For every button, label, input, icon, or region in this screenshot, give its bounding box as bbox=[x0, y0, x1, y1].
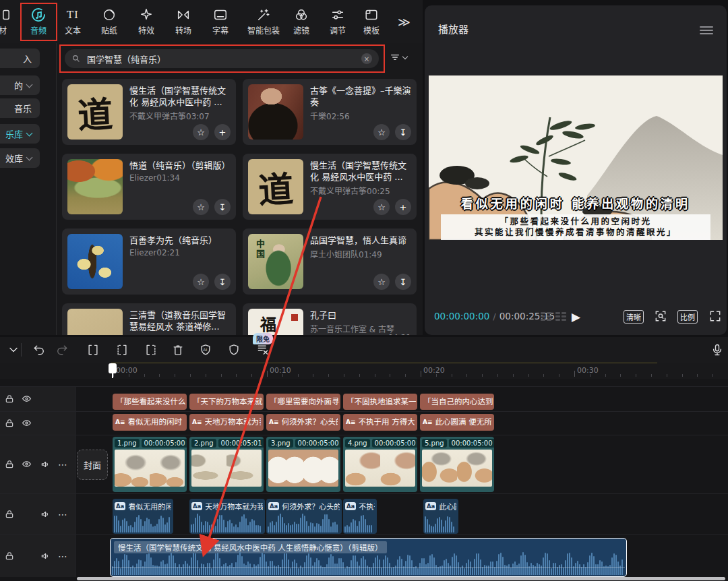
ratio-button[interactable]: 比例 bbox=[677, 310, 698, 324]
split-left-button[interactable] bbox=[114, 342, 130, 358]
playhead[interactable] bbox=[109, 363, 117, 373]
sidebar-item-5[interactable]: 效库 bbox=[0, 148, 40, 168]
subtitle-clip[interactable]: 「当自己的内心达到 bbox=[420, 394, 494, 410]
music-clip-selected[interactable]: 慢生活（国学智慧传统文化 易经风水中医中药 人生感悟静心惬意）（剪辑版） bbox=[110, 538, 627, 577]
mute-speaker-icon[interactable] bbox=[40, 459, 50, 469]
lock-icon[interactable] bbox=[4, 509, 14, 519]
tts-audio-clip[interactable]: Aa何须外求？心头的 bbox=[266, 499, 342, 534]
favorite-star-button[interactable]: ☆ bbox=[193, 124, 209, 140]
audio-card[interactable]: 道慢生活（国学智慧传统文化 易经风水中医中药 ...不戴义甲弹古筝03:07☆+ bbox=[62, 79, 236, 145]
audio-card[interactable]: 道慢生活（国学智慧传统文化 易经风水中医中药 ...不戴义甲弹古筝00:25☆+ bbox=[243, 154, 417, 220]
favorite-star-button[interactable]: ☆ bbox=[373, 199, 390, 215]
quality-button[interactable]: 清晰 bbox=[624, 310, 644, 324]
record-voice-button[interactable] bbox=[709, 342, 725, 358]
nav-templates[interactable]: 模板 bbox=[353, 6, 390, 36]
more-options-icon[interactable]: ⋯ bbox=[58, 551, 68, 561]
fullscreen-button[interactable] bbox=[708, 309, 722, 323]
cover-button[interactable]: 封面 bbox=[77, 450, 108, 480]
nav-effects[interactable]: 特效 bbox=[127, 6, 165, 36]
text-clip[interactable]: A≡看似无用的闲时 能 bbox=[113, 414, 187, 431]
search-input[interactable] bbox=[86, 53, 357, 65]
nav-smartpack[interactable]: 智能包装 bbox=[238, 6, 289, 36]
download-button[interactable]: ↧ bbox=[395, 124, 411, 140]
mute-speaker-icon[interactable] bbox=[40, 551, 50, 561]
player-menu-icon[interactable] bbox=[700, 24, 713, 36]
sidebar-item-1[interactable]: 入 bbox=[0, 49, 40, 68]
lock-icon[interactable] bbox=[4, 418, 14, 428]
add-to-track-button[interactable]: + bbox=[214, 124, 231, 140]
favorite-star-button[interactable]: ☆ bbox=[373, 274, 390, 290]
nav-transitions[interactable]: 转场 bbox=[164, 6, 202, 36]
download-button[interactable]: ↧ bbox=[214, 199, 231, 215]
sidebar-item-2[interactable]: 的 bbox=[0, 75, 40, 95]
video-clip[interactable]: 5.png00:00:05:00 bbox=[420, 437, 494, 492]
preview-zoom-button[interactable] bbox=[654, 309, 667, 323]
subtitle-clip[interactable]: 「天下的万物本来就 bbox=[189, 394, 264, 410]
video-clip-name: 1.png bbox=[115, 439, 140, 448]
tts-audio-clip[interactable]: Aa此心圆 bbox=[423, 499, 458, 534]
lock-icon[interactable] bbox=[4, 459, 14, 469]
mask-button[interactable] bbox=[226, 342, 242, 358]
delete-button[interactable] bbox=[170, 342, 186, 358]
audio-card[interactable]: 古筝《一念菩提》–千樂演奏千樂02:56☆↧ bbox=[243, 79, 417, 145]
subtitle-clip[interactable]: 「不固执地追求某一 bbox=[343, 394, 417, 410]
search-clear-icon[interactable]: × bbox=[361, 53, 372, 64]
tts-audio-clip[interactable]: Aa不执于 bbox=[343, 499, 377, 534]
tts-audio-clip[interactable]: Aa看似无用的闲 bbox=[113, 499, 173, 534]
redo-button[interactable] bbox=[54, 342, 70, 358]
subtitle-clip[interactable]: 「那些看起来没什么 bbox=[113, 394, 187, 410]
add-to-track-button[interactable]: + bbox=[395, 199, 411, 215]
nav-adjust[interactable]: 调节 bbox=[319, 6, 357, 36]
grid-view-icon[interactable] bbox=[541, 312, 551, 321]
subtitle-clip[interactable]: 「哪里需要向外面寻 bbox=[266, 394, 340, 410]
visibility-eye-icon[interactable] bbox=[22, 459, 32, 469]
search-bar[interactable]: × bbox=[65, 49, 379, 68]
favorite-star-button[interactable]: ☆ bbox=[193, 274, 209, 290]
video-clip[interactable]: 4.png00:00:05:00 bbox=[343, 437, 417, 492]
filter-control[interactable] bbox=[390, 52, 407, 63]
video-clip[interactable]: 2.png00:00:05:01 bbox=[189, 437, 264, 492]
download-button[interactable]: ↧ bbox=[395, 274, 411, 290]
mute-speaker-icon[interactable] bbox=[40, 509, 50, 519]
more-options-icon[interactable]: ⋯ bbox=[58, 509, 68, 519]
download-button[interactable]: ↧ bbox=[214, 274, 231, 290]
video-preview[interactable]: 看似无用的闲时 能养出观物的清明 「那些看起来没什么用的空闲时光 其实能让我们慢… bbox=[429, 75, 723, 240]
visibility-eye-icon[interactable] bbox=[22, 394, 32, 404]
video-clip[interactable]: 3.png00:00:05:00 bbox=[266, 437, 340, 492]
audio-card[interactable]: 三清雪（道教音乐国学智慧易经风水 茶道禅修... bbox=[62, 303, 236, 335]
tts-audio-clip[interactable]: Aa天地万物本就为我 bbox=[189, 499, 265, 534]
lock-icon[interactable] bbox=[4, 551, 14, 561]
favorite-star-button[interactable]: ☆ bbox=[193, 199, 209, 215]
audio-card[interactable]: 悟道（纯音乐）（剪辑版）Eliezer01:34☆↧ bbox=[62, 154, 236, 220]
nav-text[interactable]: TI文本 bbox=[54, 6, 92, 36]
text-clip[interactable]: A≡不执于用 方得大 bbox=[343, 414, 417, 431]
audio-card[interactable]: 百善孝为先（纯音乐）Eliezer02:21☆↧ bbox=[62, 228, 236, 295]
sidebar-item-3[interactable]: 音乐 bbox=[0, 98, 40, 118]
text-clip[interactable]: A≡何须外求？心头的 bbox=[266, 414, 340, 431]
play-button[interactable]: ▶ bbox=[572, 310, 580, 324]
video-clip[interactable]: 1.png00:00:05:00 bbox=[113, 437, 187, 492]
more-options-icon[interactable]: ⋯ bbox=[58, 459, 68, 469]
nav-sticker[interactable]: 贴纸 bbox=[90, 6, 128, 36]
nav-expand-button[interactable]: ≫ bbox=[398, 15, 409, 29]
undo-button[interactable] bbox=[31, 342, 47, 358]
nav-material[interactable]: 材 bbox=[0, 6, 22, 36]
nav-filters[interactable]: 滤镜 bbox=[282, 6, 320, 36]
nav-captions[interactable]: 字幕 bbox=[202, 6, 239, 36]
lock-icon[interactable] bbox=[4, 394, 14, 404]
audio-card[interactable]: 福泽孔子曰苏一音乐工作室 & 古琴04:21 bbox=[243, 303, 417, 335]
nav-audio[interactable]: 音频 bbox=[20, 6, 57, 36]
visibility-eye-icon[interactable] bbox=[22, 418, 32, 428]
sidebar-item-4[interactable]: 乐库 bbox=[0, 124, 40, 144]
horizontal-scrollbar[interactable] bbox=[77, 577, 725, 580]
text-clip[interactable]: A≡天地万物本就为我 bbox=[189, 414, 264, 431]
ruler-tick bbox=[651, 374, 652, 377]
audio-card[interactable]: 中国品国学智慧，悟人生真谛厚土小姐团队01:49☆↧ bbox=[243, 228, 417, 295]
mask-ai-button[interactable]: AI bbox=[198, 342, 214, 358]
split-right-button[interactable] bbox=[143, 342, 159, 358]
grid-view-icon-2[interactable] bbox=[555, 312, 566, 321]
text-clip[interactable]: A≡此心圆满 便无所 bbox=[420, 414, 494, 431]
track-collapse-chevron[interactable] bbox=[5, 342, 22, 358]
favorite-star-button[interactable]: ☆ bbox=[373, 124, 390, 140]
split-button[interactable] bbox=[85, 342, 101, 358]
